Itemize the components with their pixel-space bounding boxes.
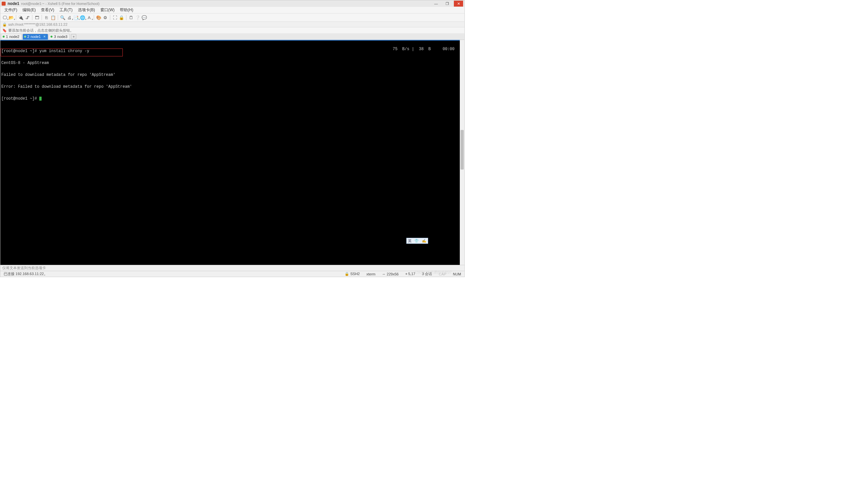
terminal-line: CentOS-8 - AppStream — [1, 61, 464, 65]
terminal[interactable]: [root@node1 ~]# yum install chrony -y Ce… — [0, 40, 464, 265]
add-tab-button[interactable]: + — [71, 34, 76, 39]
menu-edit[interactable]: 编辑(E) — [20, 6, 38, 14]
terminal-prompt-line: [root@node1 ~]# — [1, 97, 464, 101]
title-session: node1 — [7, 1, 19, 6]
ime-shirt-icon[interactable]: 👕 — [414, 239, 419, 243]
menu-window[interactable]: 窗口(W) — [99, 6, 117, 14]
font-icon[interactable]: A — [86, 15, 92, 20]
help-icon[interactable]: ❔ — [135, 15, 141, 20]
menu-tools[interactable]: 工具(T) — [57, 6, 74, 14]
hint-text: 要添加当前会话，点击左侧的箭头按钮。 — [8, 28, 74, 33]
status-dot-icon — [3, 36, 5, 38]
menu-file[interactable]: 文件(F) — [2, 6, 19, 14]
status-ssh: 🔒 SSH2 — [343, 272, 361, 276]
status-term: xterm — [365, 272, 377, 276]
tab-close-icon[interactable]: ✕ — [43, 35, 46, 38]
app-icon — [2, 2, 6, 6]
fullscreen-icon[interactable]: ⛶ — [112, 15, 118, 20]
tab-bar: 1 node2 2 node1 ✕ 3 node3 + — [0, 33, 464, 40]
hint-bar: 🔖 要添加当前会话，点击左侧的箭头按钮。 — [0, 28, 464, 33]
properties-icon[interactable]: 🗔 — [34, 15, 40, 20]
tab-node1[interactable]: 2 node1 ✕ — [22, 34, 49, 40]
terminal-line: Failed to download metadata for repo 'Ap… — [1, 73, 464, 77]
vertical-scrollbar[interactable] — [460, 40, 464, 265]
new-session-icon[interactable]: 🖵 — [2, 15, 7, 20]
address-text[interactable]: ssh://root:********@192.168.63.11:22 — [8, 22, 67, 26]
titlebar: node1 root@node1:~ - Xshell 5 (Free for … — [0, 0, 464, 7]
log-icon[interactable]: 🗒 — [128, 15, 134, 20]
status-dot-icon — [51, 36, 52, 38]
palette-icon[interactable]: 🎨 — [96, 15, 102, 20]
clipboard-icon[interactable]: 📑 — [73, 15, 79, 20]
compose-input-bar[interactable]: 仅将文本发送到当前选项卡 — [0, 265, 464, 271]
ime-pen-icon[interactable]: ✍ — [422, 239, 426, 243]
print-icon[interactable]: 🖨 — [66, 15, 72, 20]
toolbar: 🖵 📂 🔌 🖇 🗔 ⎘ 📋 🔍 🖨 📑 🌐 A 🎨 ⚙ ⛶ 🔒 🗒 ❔ 💬 — [0, 14, 464, 21]
copy-icon[interactable]: ⎘ — [43, 15, 50, 20]
reconnect-icon[interactable]: 🔌 — [18, 15, 24, 20]
ime-floating-bar[interactable]: 英 👕 ✍ — [406, 238, 428, 244]
scrollbar-thumb[interactable] — [460, 130, 464, 169]
status-cap: CAP — [437, 272, 447, 276]
download-stats: 75 B/s | 38 B 00:00 — [393, 47, 455, 51]
chat-icon[interactable]: 💬 — [141, 15, 147, 20]
tab-label: node2 — [9, 35, 19, 39]
menubar: 文件(F) 编辑(E) 查看(V) 工具(T) 选项卡(B) 窗口(W) 帮助(… — [0, 7, 464, 14]
menu-tabs[interactable]: 选项卡(B) — [76, 6, 97, 14]
bookmark-icon[interactable]: 🔖 — [2, 29, 7, 33]
status-num: NUM — [452, 272, 462, 276]
terminal-line: Error: Failed to download metadata for r… — [1, 85, 464, 89]
address-bar: 🔒 ssh://root:********@192.168.63.11:22 — [0, 21, 464, 28]
ime-lang[interactable]: 英 — [408, 238, 411, 244]
tab-node3[interactable]: 3 node3 — [49, 34, 70, 40]
cursor — [39, 97, 41, 101]
minimize-button[interactable]: — — [432, 1, 441, 6]
maximize-button[interactable]: ❐ — [443, 1, 452, 6]
status-connection: 已连接 192.168.63.11:22。 — [2, 271, 49, 276]
menu-view[interactable]: 查看(V) — [39, 6, 56, 14]
status-bar: 已连接 192.168.63.11:22。 🔒 SSH2 xterm ↔ 229… — [0, 271, 464, 277]
close-button[interactable]: ✕ — [454, 1, 463, 6]
find-icon[interactable]: 🔍 — [60, 15, 66, 20]
lock-icon[interactable]: 🔒 — [119, 15, 124, 20]
status-cursor: ⌖ 5,17 — [404, 272, 417, 276]
globe-icon[interactable]: 🌐 — [80, 15, 86, 20]
tab-label: node1 — [31, 35, 41, 39]
menu-help[interactable]: 帮助(H) — [118, 6, 135, 14]
status-size: ↔ 229x56 — [381, 272, 400, 276]
status-dot-icon — [24, 36, 26, 38]
disconnect-icon[interactable]: 🖇 — [24, 15, 30, 20]
gear-icon[interactable]: ⚙ — [102, 15, 108, 20]
paste-icon[interactable]: 📋 — [50, 15, 56, 20]
lock-small-icon: 🔒 — [2, 22, 7, 27]
title-rest: root@node1:~ - Xshell 5 (Free for Home/S… — [21, 2, 99, 6]
tab-node2[interactable]: 1 node2 — [1, 34, 22, 40]
status-sessions: 3 会话 — [421, 271, 434, 276]
open-icon[interactable]: 📂 — [8, 15, 14, 20]
tab-label: node3 — [57, 35, 68, 39]
